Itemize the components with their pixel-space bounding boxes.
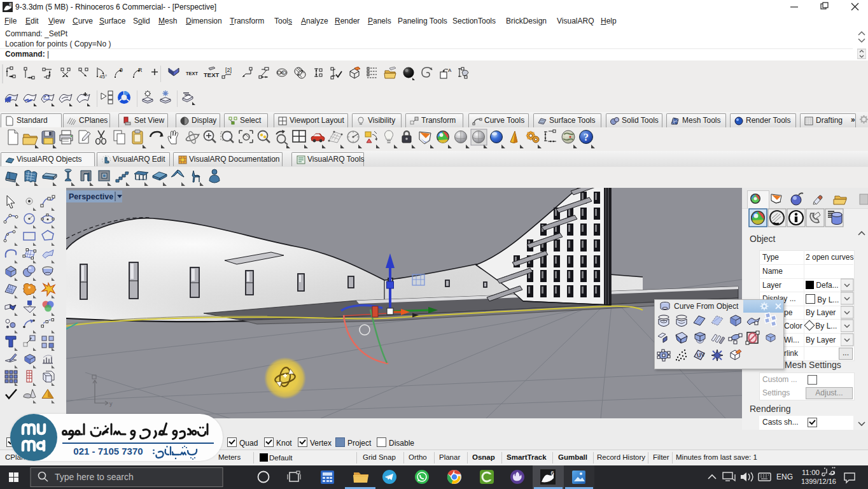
svg-text:TEXT: TEXT <box>204 71 219 78</box>
svg-text:0: 0 <box>120 67 123 73</box>
svg-text:6: 6 <box>550 470 554 476</box>
svg-text:11:00: 11:00 <box>802 469 820 476</box>
svg-text:UV: UV <box>696 351 705 359</box>
svg-text:Perspective: Perspective <box>69 192 113 201</box>
svg-text:ENG: ENG <box>776 472 793 481</box>
svg-text:R: R <box>138 67 143 73</box>
svg-text:ish: ish <box>280 71 284 74</box>
svg-text:1399/12/16: 1399/12/16 <box>801 478 836 485</box>
svg-text:TEXT: TEXT <box>186 71 199 76</box>
svg-text:?: ? <box>584 132 589 143</box>
svg-text:[2]: [2] <box>225 67 232 73</box>
svg-text:Curve From Object: Curve From Object <box>674 302 739 311</box>
svg-text:45°: 45° <box>99 74 107 80</box>
svg-text:Type here to search: Type here to search <box>55 472 134 482</box>
svg-text:A: A <box>448 67 452 73</box>
svg-text:y: y <box>109 400 113 407</box>
